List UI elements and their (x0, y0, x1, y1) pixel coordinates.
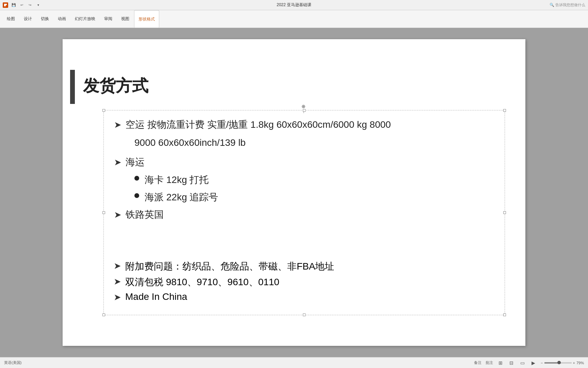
language-indicator: 英语(美国) (4, 360, 21, 365)
tab-shape-format[interactable]: 形状格式 (134, 10, 159, 28)
tab-animation[interactable]: 动画 (54, 10, 70, 28)
bullet-item-1: ➤ 空运 按物流重计费 实重/抛重 1.8kg 60x60x60cm/6000 … (114, 117, 494, 133)
bullet-item-4: ➤ 附加费问题：纺织品、危险品、带磁、非FBA地址 (114, 260, 495, 273)
handle-top-mid[interactable] (303, 109, 306, 112)
content-inner: ➤ 空运 按物流重计费 实重/抛重 1.8kg 60x60x60cm/6000 … (104, 110, 505, 232)
dot-bullet-2 (134, 193, 139, 198)
tab-slideshow[interactable]: 幻灯片放映 (71, 10, 99, 28)
tab-review[interactable]: 审阅 (100, 10, 116, 28)
bullet-item-6: ➤ Made In China (114, 291, 495, 303)
tab-draw[interactable]: 绘图 (3, 10, 19, 28)
quick-access-toolbar: 💾 ↩ ↪ ▾ (10, 2, 42, 9)
handle-bot-right[interactable] (503, 313, 506, 316)
arrow-bullet-3: ➤ (114, 208, 121, 222)
dropdown-btn[interactable]: ▾ (35, 2, 42, 9)
main-area: 发货方式 ➤ 空运 按物流重计费 实重/抛重 1.8kg 60x60x60cm/… (0, 28, 588, 357)
arrow-bullet-6: ➤ (114, 292, 121, 303)
sub-bullet-item-2: 海派 22kg 追踪号 (134, 190, 494, 205)
reading-view-btn[interactable]: ▭ (519, 360, 526, 366)
bullet-text-4: 附加费问题：纺织品、危险品、带磁、非FBA地址 (125, 260, 495, 273)
handle-top-right[interactable] (503, 109, 506, 112)
notes-btn[interactable]: 备注 (474, 360, 481, 365)
handle-bot-mid[interactable] (303, 313, 306, 316)
bullet-text-6: Made In China (125, 291, 495, 302)
search-box[interactable]: 🔍 告诉我您想做什么 (550, 2, 585, 7)
bullet-text-1-cont: 9000 60x60x60inch/139 lb (134, 135, 494, 151)
handle-mid-left[interactable] (102, 211, 105, 214)
arrow-bullet-1: ➤ (114, 118, 121, 132)
slide-title: 发货方式 (83, 75, 148, 97)
sub-bullet-item-1: 海卡 12kg 打托 (134, 172, 494, 188)
sub-bullet-text-2: 海派 22kg 追踪号 (145, 190, 218, 205)
normal-view-btn[interactable]: ⊞ (497, 360, 504, 366)
bullet-item-2: ➤ 海运 (114, 155, 494, 170)
tab-view[interactable]: 视图 (117, 10, 133, 28)
save-quick-btn[interactable]: 💾 (10, 2, 17, 9)
ribbon: 绘图 设计 切换 动画 幻灯片放映 审阅 视图 形状格式 (0, 10, 588, 28)
bullet-text-1: 空运 按物流重计费 实重/抛重 1.8kg 60x60x60cm/6000 kg… (126, 117, 494, 133)
status-right: 备注 批注 ⊞ ⊟ ▭ ▶ − + 79% (474, 360, 584, 366)
arrow-bullet-4: ➤ (114, 261, 121, 271)
arrow-bullet-5: ➤ (114, 276, 121, 287)
slide-accent-bar (70, 70, 75, 104)
title-bar: 💾 ↩ ↪ ▾ 2022 亚马逊基础课 🔍 告诉我您想做什么 (0, 0, 588, 10)
bullet-text-2: 海运 (126, 155, 494, 170)
slide[interactable]: 发货方式 ➤ 空运 按物流重计费 实重/抛重 1.8kg 60x60x60cm/… (63, 39, 525, 346)
arrow-bullet-2: ➤ (114, 155, 121, 170)
extra-bullets: ➤ 附加费问题：纺织品、危险品、带磁、非FBA地址 ➤ 双清包税 9810、97… (103, 260, 505, 305)
bullet-text-3: 铁路英国 (126, 207, 494, 223)
zoom-level[interactable]: 79% (576, 361, 584, 365)
presentation-btn[interactable]: ▶ (530, 360, 537, 366)
undo-btn[interactable]: ↩ (18, 2, 25, 9)
slide-sorter-btn[interactable]: ⊟ (508, 360, 515, 366)
title-bar-left: 💾 ↩ ↪ ▾ (3, 2, 42, 9)
handle-bot-left[interactable] (102, 313, 105, 316)
redo-btn[interactable]: ↪ (27, 2, 33, 9)
dot-bullet-1 (134, 176, 139, 181)
bullet-item-3: ➤ 铁路英国 (114, 207, 494, 223)
sub-bullet-text-1: 海卡 12kg 打托 (145, 172, 209, 188)
zoom-slider[interactable] (544, 362, 572, 364)
comments-btn[interactable]: 批注 (486, 360, 493, 365)
status-bar: 英语(美国) 备注 批注 ⊞ ⊟ ▭ ▶ − + 79% (0, 357, 588, 368)
bullet-text-5: 双清包税 9810、9710、9610、0110 (125, 276, 495, 289)
title-right-area: 🔍 告诉我您想做什么 (550, 2, 585, 7)
tab-transition[interactable]: 切换 (37, 10, 53, 28)
tab-design[interactable]: 设计 (20, 10, 36, 28)
app-icon (3, 2, 8, 8)
handle-top-left[interactable] (102, 109, 105, 112)
window-title: 2022 亚马逊基础课 (277, 2, 311, 8)
bullet-item-5: ➤ 双清包税 9810、9710、9610、0110 (114, 276, 495, 289)
zoom-control: − + 79% (541, 361, 584, 365)
handle-mid-right[interactable] (503, 211, 506, 214)
